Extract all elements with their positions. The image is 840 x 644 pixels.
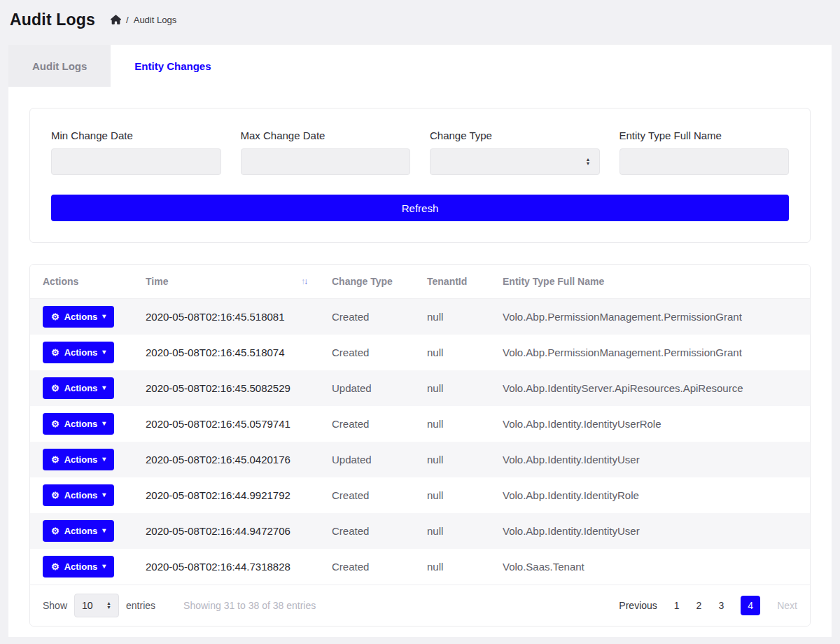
max-change-date-input[interactable] bbox=[241, 148, 411, 175]
caret-down-icon: ▾ bbox=[102, 527, 106, 534]
main-container: Audit Logs Entity Changes Min Change Dat… bbox=[8, 45, 832, 637]
cell-tenant-id: null bbox=[414, 477, 490, 513]
cell-change-type: Updated bbox=[319, 370, 414, 406]
cell-change-type: Created bbox=[319, 406, 414, 442]
gear-icon: ⚙ bbox=[51, 384, 59, 393]
row-actions-button[interactable]: ⚙Actions▾ bbox=[43, 377, 114, 399]
page-size-group: Show 10 ▲ ▼ entries bbox=[43, 594, 155, 617]
page-header: Audit Logs / Audit Logs bbox=[0, 0, 840, 39]
gear-icon: ⚙ bbox=[51, 562, 59, 571]
cell-tenant-id: null bbox=[414, 370, 490, 406]
gear-icon: ⚙ bbox=[51, 312, 59, 321]
cell-time: 2020-05-08T02:16:44.9472706 bbox=[133, 513, 319, 549]
entity-type-label: Entity Type Full Name bbox=[620, 130, 790, 141]
cell-change-type: Created bbox=[319, 477, 414, 513]
caret-down-icon: ▾ bbox=[102, 563, 106, 570]
table-row: ⚙Actions▾ 2020-05-08T02:16:45.5082529 Up… bbox=[30, 370, 810, 406]
breadcrumb: / Audit Logs bbox=[111, 15, 176, 25]
cell-time: 2020-05-08T02:16:45.518081 bbox=[133, 299, 319, 335]
cell-change-type: Created bbox=[319, 549, 414, 584]
caret-down-icon: ▾ bbox=[102, 456, 106, 463]
cell-entity-type: Volo.Abp.IdentityServer.ApiResources.Api… bbox=[490, 370, 810, 406]
gear-icon: ⚙ bbox=[51, 419, 59, 428]
pagination-page-4-active[interactable]: 4 bbox=[741, 596, 760, 615]
gear-icon: ⚙ bbox=[51, 526, 59, 536]
filter-min-change-date: Min Change Date bbox=[51, 130, 221, 175]
caret-down-icon: ▾ bbox=[102, 384, 106, 391]
sort-icon[interactable]: ↑↓ bbox=[301, 276, 307, 286]
col-header-time[interactable]: Time ↑↓ bbox=[133, 265, 319, 299]
table-row: ⚙Actions▾ 2020-05-08T02:16:45.0420176 Up… bbox=[30, 442, 810, 477]
actions-button-label: Actions bbox=[64, 526, 98, 536]
page-size-value: 10 bbox=[82, 600, 93, 611]
cell-time: 2020-05-08T02:16:45.0579741 bbox=[133, 406, 319, 442]
table-row: ⚙Actions▾ 2020-05-08T02:16:45.518081 Cre… bbox=[30, 299, 810, 335]
table-footer: Show 10 ▲ ▼ entries Showing 31 to 38 of … bbox=[30, 584, 810, 626]
refresh-button[interactable]: Refresh bbox=[51, 195, 789, 221]
cell-time: 2020-05-08T02:16:45.518074 bbox=[133, 335, 319, 370]
table-row: ⚙Actions▾ 2020-05-08T02:16:45.0579741 Cr… bbox=[30, 406, 810, 442]
cell-entity-type: Volo.Abp.PermissionManagement.Permission… bbox=[490, 299, 810, 335]
col-header-actions: Actions bbox=[30, 265, 133, 299]
show-label: Show bbox=[43, 600, 67, 611]
actions-button-label: Actions bbox=[64, 454, 98, 465]
cell-entity-type: Volo.Saas.Tenant bbox=[490, 549, 810, 584]
cell-tenant-id: null bbox=[414, 549, 490, 584]
row-actions-button[interactable]: ⚙Actions▾ bbox=[43, 556, 114, 578]
min-change-date-input[interactable] bbox=[51, 148, 221, 175]
showing-entries-text: Showing 31 to 38 of 38 entries bbox=[183, 600, 316, 611]
pagination-page-2[interactable]: 2 bbox=[696, 600, 702, 611]
col-header-time-label: Time bbox=[146, 276, 168, 287]
tab-audit-logs[interactable]: Audit Logs bbox=[8, 45, 111, 87]
table-card: Actions Time ↑↓ Change Type TenantId Ent… bbox=[29, 264, 811, 626]
caret-down-icon: ▾ bbox=[102, 313, 106, 320]
actions-button-label: Actions bbox=[64, 419, 98, 429]
change-type-select[interactable]: ▲ ▼ bbox=[430, 148, 600, 175]
home-icon[interactable] bbox=[111, 15, 121, 24]
row-actions-button[interactable]: ⚙Actions▾ bbox=[43, 449, 114, 470]
cell-entity-type: Volo.Abp.Identity.IdentityUserRole bbox=[490, 406, 810, 442]
col-header-change-type: Change Type bbox=[319, 265, 414, 299]
entity-changes-table: Actions Time ↑↓ Change Type TenantId Ent… bbox=[30, 265, 810, 584]
caret-down-icon: ▾ bbox=[102, 491, 106, 498]
row-actions-button[interactable]: ⚙Actions▾ bbox=[43, 342, 114, 363]
cell-time: 2020-05-08T02:16:44.9921792 bbox=[133, 477, 319, 513]
col-header-entity-type: Entity Type Full Name bbox=[490, 265, 810, 299]
table-row: ⚙Actions▾ 2020-05-08T02:16:44.9472706 Cr… bbox=[30, 513, 810, 549]
filter-max-change-date: Max Change Date bbox=[241, 130, 411, 175]
cell-tenant-id: null bbox=[414, 335, 490, 370]
cell-entity-type: Volo.Abp.PermissionManagement.Permission… bbox=[490, 335, 810, 370]
actions-button-label: Actions bbox=[64, 383, 98, 393]
entity-type-input[interactable] bbox=[620, 148, 790, 175]
cell-tenant-id: null bbox=[414, 299, 490, 335]
col-header-tenant-id: TenantId bbox=[414, 265, 490, 299]
table-header-row: Actions Time ↑↓ Change Type TenantId Ent… bbox=[30, 265, 810, 299]
breadcrumb-separator: / bbox=[126, 15, 129, 25]
filter-grid: Min Change Date Max Change Date Change T… bbox=[51, 130, 789, 175]
tab-entity-changes[interactable]: Entity Changes bbox=[111, 45, 234, 87]
filter-change-type: Change Type ▲ ▼ bbox=[430, 130, 600, 175]
filter-entity-type: Entity Type Full Name bbox=[620, 130, 790, 175]
row-actions-button[interactable]: ⚙Actions▾ bbox=[43, 520, 114, 542]
row-actions-button[interactable]: ⚙Actions▾ bbox=[43, 413, 114, 435]
table-row: ⚙Actions▾ 2020-05-08T02:16:44.7318828 Cr… bbox=[30, 549, 810, 584]
gear-icon: ⚙ bbox=[51, 491, 59, 500]
pagination-next[interactable]: Next bbox=[777, 600, 797, 611]
pagination-previous[interactable]: Previous bbox=[619, 600, 657, 611]
cell-change-type: Updated bbox=[319, 442, 414, 477]
row-actions-button[interactable]: ⚙Actions▾ bbox=[43, 484, 114, 506]
actions-button-label: Actions bbox=[64, 347, 98, 358]
gear-icon: ⚙ bbox=[51, 348, 59, 357]
select-arrows-icon: ▲ ▼ bbox=[586, 158, 591, 166]
row-actions-button[interactable]: ⚙Actions▾ bbox=[43, 306, 114, 328]
filter-card: Min Change Date Max Change Date Change T… bbox=[29, 108, 811, 243]
actions-button-label: Actions bbox=[64, 490, 98, 500]
cell-entity-type: Volo.Abp.Identity.IdentityUser bbox=[490, 513, 810, 549]
breadcrumb-current: Audit Logs bbox=[134, 15, 176, 25]
actions-button-label: Actions bbox=[64, 561, 98, 572]
pagination-page-3[interactable]: 3 bbox=[718, 600, 724, 611]
tab-bar: Audit Logs Entity Changes bbox=[8, 45, 832, 87]
pagination-page-1[interactable]: 1 bbox=[674, 600, 680, 611]
page-size-select[interactable]: 10 ▲ ▼ bbox=[74, 594, 119, 617]
cell-time: 2020-05-08T02:16:45.0420176 bbox=[133, 442, 319, 477]
